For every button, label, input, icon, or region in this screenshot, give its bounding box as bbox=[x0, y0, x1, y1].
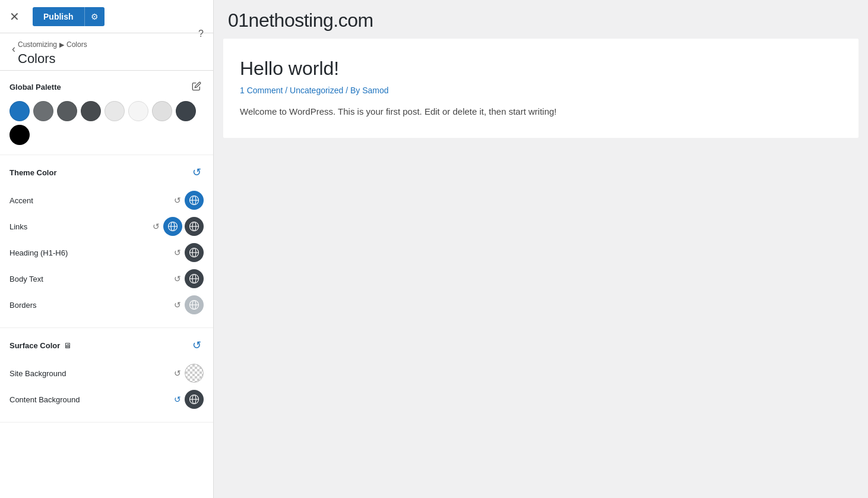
borders-color-button[interactable] bbox=[185, 295, 204, 314]
reset-theme-color-button[interactable]: ↺ bbox=[190, 165, 204, 180]
heading-actions: ↺ bbox=[173, 243, 204, 262]
color-swatches bbox=[9, 101, 204, 145]
swatch-lightgray3[interactable] bbox=[152, 101, 172, 121]
surface-color-section: Surface Color 🖥 ↺ Site Background ↺ Cont… bbox=[0, 328, 213, 423]
sidebar: ✕ Publish ⚙ ‹ Customizing ▶ Colors Color… bbox=[0, 0, 214, 498]
accent-row: Accent ↺ bbox=[9, 187, 204, 213]
accent-reset[interactable]: ↺ bbox=[173, 194, 182, 206]
preview-area: 01nethosting.com Hello world! 1 Comment … bbox=[214, 0, 868, 498]
edit-palette-button[interactable] bbox=[189, 80, 204, 94]
post-meta: 1 Comment / Uncategorized / By Samod bbox=[240, 86, 842, 95]
heading-color-button[interactable] bbox=[185, 243, 204, 262]
borders-row: Borders ↺ bbox=[9, 292, 204, 318]
content-background-row: Content Background ↺ bbox=[9, 386, 204, 412]
site-title: 01nethosting.com bbox=[214, 0, 868, 39]
global-palette-header: Global Palette bbox=[9, 80, 204, 94]
global-palette-section: Global Palette bbox=[0, 71, 213, 155]
theme-color-header: Theme Color ↺ bbox=[9, 165, 204, 180]
heading-reset[interactable]: ↺ bbox=[173, 247, 182, 259]
post-excerpt: Welcome to WordPress. This is your first… bbox=[240, 105, 842, 119]
page-title: Colors bbox=[18, 51, 198, 67]
accent-color-button[interactable] bbox=[185, 191, 204, 210]
close-button[interactable]: ✕ bbox=[6, 7, 23, 26]
settings-button[interactable]: ⚙ bbox=[84, 7, 104, 26]
post-title: Hello world! bbox=[240, 58, 842, 80]
site-background-color-button[interactable] bbox=[185, 364, 204, 383]
back-button[interactable]: ‹ bbox=[9, 40, 18, 58]
breadcrumb: Customizing ▶ Colors bbox=[18, 40, 198, 49]
swatch-black[interactable] bbox=[9, 125, 30, 145]
theme-color-section: Theme Color ↺ Accent ↺ Links ↺ bbox=[0, 155, 213, 328]
heading-row: Heading (H1-H6) ↺ bbox=[9, 239, 204, 266]
body-text-row: Body Text ↺ bbox=[9, 266, 204, 292]
site-background-row: Site Background ↺ bbox=[9, 360, 204, 386]
breadcrumb-current: Colors bbox=[66, 40, 87, 49]
theme-color-title: Theme Color bbox=[9, 168, 56, 177]
links-reset[interactable]: ↺ bbox=[151, 220, 161, 232]
links-color-button-2[interactable] bbox=[185, 217, 204, 236]
breadcrumb-separator: ▶ bbox=[59, 41, 64, 49]
borders-reset[interactable]: ↺ bbox=[173, 299, 182, 311]
borders-label: Borders bbox=[9, 301, 168, 310]
monitor-icon: 🖥 bbox=[64, 341, 71, 350]
borders-actions: ↺ bbox=[173, 295, 204, 314]
publish-group: Publish ⚙ bbox=[33, 7, 104, 26]
surface-color-title-group: Surface Color 🖥 bbox=[9, 341, 71, 350]
links-row: Links ↺ bbox=[9, 213, 204, 239]
publish-button[interactable]: Publish bbox=[33, 7, 84, 26]
swatch-gray3[interactable] bbox=[81, 101, 101, 121]
site-background-reset[interactable]: ↺ bbox=[173, 367, 182, 379]
help-icon[interactable]: ? bbox=[198, 29, 204, 39]
surface-color-header: Surface Color 🖥 ↺ bbox=[9, 338, 204, 353]
accent-actions: ↺ bbox=[173, 191, 204, 210]
content-background-reset[interactable]: ↺ bbox=[173, 393, 182, 405]
content-background-color-button[interactable] bbox=[185, 390, 204, 409]
body-text-label: Body Text bbox=[9, 275, 168, 283]
swatch-lightgray2[interactable] bbox=[128, 101, 148, 121]
swatch-blue[interactable] bbox=[9, 101, 30, 121]
body-text-color-button[interactable] bbox=[185, 269, 204, 288]
breadcrumb-parent[interactable]: Customizing bbox=[18, 40, 57, 49]
swatch-gray1[interactable] bbox=[33, 101, 53, 121]
body-text-reset[interactable]: ↺ bbox=[173, 273, 182, 285]
global-palette-title: Global Palette bbox=[9, 83, 61, 92]
links-color-button-1[interactable] bbox=[163, 217, 182, 236]
content-background-actions: ↺ bbox=[173, 390, 204, 409]
links-label: Links bbox=[9, 222, 147, 231]
links-actions: ↺ bbox=[151, 217, 204, 236]
breadcrumb-section: ‹ Customizing ▶ Colors Colors ? bbox=[0, 33, 213, 71]
post-card: Hello world! 1 Comment / Uncategorized /… bbox=[223, 39, 859, 138]
swatch-gray2[interactable] bbox=[57, 101, 77, 121]
site-background-actions: ↺ bbox=[173, 364, 204, 383]
heading-label: Heading (H1-H6) bbox=[9, 248, 168, 257]
body-text-actions: ↺ bbox=[173, 269, 204, 288]
swatch-lightgray1[interactable] bbox=[104, 101, 125, 121]
topbar: ✕ Publish ⚙ bbox=[0, 0, 213, 33]
reset-surface-color-button[interactable]: ↺ bbox=[190, 338, 204, 353]
site-background-label: Site Background bbox=[9, 369, 168, 378]
swatch-darkgray[interactable] bbox=[176, 101, 196, 121]
accent-label: Accent bbox=[9, 196, 168, 205]
surface-color-title: Surface Color bbox=[9, 341, 60, 350]
content-background-label: Content Background bbox=[9, 395, 168, 404]
